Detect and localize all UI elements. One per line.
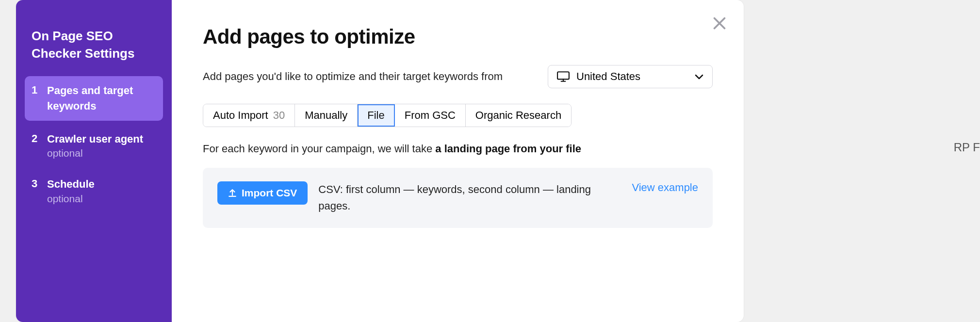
step-label: Schedule [47, 177, 95, 192]
step-optional: optional [47, 147, 143, 159]
backdrop-text: RP F [954, 141, 980, 154]
import-box: Import CSV CSV: first column — keywords,… [203, 168, 713, 228]
country-select[interactable]: United States [548, 65, 713, 88]
import-description: CSV: first column — keywords, second col… [318, 181, 621, 214]
modal-content: Add pages to optimize Add pages you'd li… [172, 0, 744, 322]
step-schedule[interactable]: 3 Schedule optional [25, 170, 163, 211]
tab-label: Auto Import [213, 109, 268, 122]
import-csv-button[interactable]: Import CSV [217, 181, 308, 205]
step-crawler-agent[interactable]: 2 Crawler user agent optional [25, 125, 163, 166]
page-title: Add pages to optimize [203, 25, 713, 48]
tab-file[interactable]: File [358, 104, 394, 127]
close-button[interactable] [711, 15, 728, 32]
tab-manually[interactable]: Manually [295, 104, 358, 127]
tab-label: Organic Research [475, 109, 561, 122]
settings-modal: On Page SEO Checker Settings 1 Pages and… [16, 0, 744, 322]
tab-from-gsc[interactable]: From GSC [395, 104, 466, 127]
tab-label: Manually [305, 109, 347, 122]
tab-label: From GSC [405, 109, 456, 122]
step-optional: optional [47, 193, 95, 205]
campaign-description: For each keyword in your campaign, we wi… [203, 143, 713, 155]
description-row: Add pages you'd like to optimize and the… [203, 65, 713, 88]
step-number: 3 [32, 177, 38, 192]
tab-count: 30 [273, 109, 285, 122]
step-pages-keywords[interactable]: 1 Pages and target keywords [25, 76, 163, 121]
description-text: Add pages you'd like to optimize and the… [203, 70, 503, 83]
view-example-link[interactable]: View example [632, 181, 698, 194]
wizard-sidebar: On Page SEO Checker Settings 1 Pages and… [16, 0, 172, 322]
step-number: 2 [32, 131, 38, 146]
step-number: 1 [32, 83, 38, 98]
chevron-down-icon [695, 74, 703, 80]
step-list: 1 Pages and target keywords 2 Crawler us… [25, 76, 163, 212]
step-label: Pages and target keywords [47, 83, 156, 114]
country-label: United States [576, 70, 688, 83]
source-tabs: Auto Import 30 Manually File From GSC Or… [203, 104, 572, 127]
import-button-label: Import CSV [242, 187, 297, 199]
tab-label: File [367, 109, 384, 122]
tab-auto-import[interactable]: Auto Import 30 [203, 104, 295, 127]
tab-organic-research[interactable]: Organic Research [466, 104, 571, 127]
upload-icon [228, 189, 237, 197]
sidebar-title: On Page SEO Checker Settings [25, 27, 163, 63]
close-icon [711, 15, 728, 32]
desktop-icon [557, 71, 570, 82]
svg-rect-0 [557, 72, 569, 79]
step-label: Crawler user agent [47, 131, 143, 147]
